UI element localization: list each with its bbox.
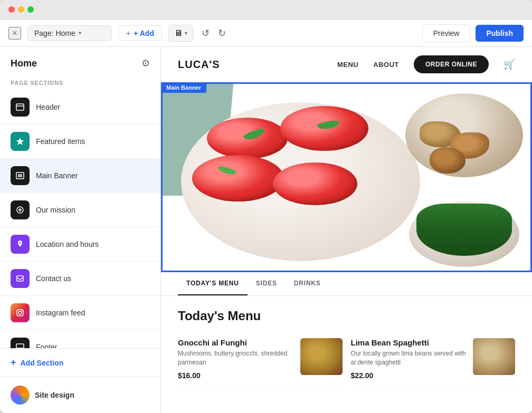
featured-items-section-icon <box>11 132 30 151</box>
todays-menu-section: Today's Menu Gnocchi al Funghi Mushrooms… <box>161 296 532 413</box>
sidebar-item-instagram-label: Instagram feed <box>36 309 85 317</box>
menu-item-lima-bean-name: Lima Bean Spaghetti <box>351 338 467 347</box>
sections-list: Header Featured items Main Banner <box>0 90 160 348</box>
site-logo: LUCA'S <box>178 59 220 71</box>
chevron-down-icon: ▾ <box>79 30 81 36</box>
svg-marker-2 <box>16 138 24 145</box>
sidebar-item-location-hours-label: Location and hours <box>36 240 99 248</box>
page-sections-label: PAGE SECTIONS <box>0 75 160 90</box>
nav-links: MENU ABOUT ORDER ONLINE 🛒 <box>337 55 515 73</box>
tab-sides[interactable]: SIDES <box>248 272 286 295</box>
close-traffic-light[interactable] <box>8 6 15 13</box>
undo-redo-group: ↺ ↻ <box>200 25 228 41</box>
sidebar-item-our-mission-label: Our mission <box>36 206 75 214</box>
device-selector[interactable]: 🖥 ▾ <box>168 25 193 42</box>
sidebar-title: Home <box>11 58 37 69</box>
banner-image <box>161 82 532 272</box>
svg-rect-4 <box>18 174 22 177</box>
menu-item-lima-bean-thumbnail <box>473 338 515 375</box>
add-section-icon: + <box>11 357 16 368</box>
site-design-row[interactable]: Site design <box>0 377 160 413</box>
menu-item-gnocchi-info: Gnocchi al Funghi Mushrooms, buttery gno… <box>178 338 294 380</box>
toolbar: × Page: Home ▾ + + Add 🖥 ▾ ↺ ↻ Preview P… <box>0 20 532 47</box>
order-online-button[interactable]: ORDER ONLINE <box>414 55 489 73</box>
sidebar-item-featured-label: Featured items <box>36 137 85 146</box>
main-content: Home ⚙ PAGE SECTIONS Header Featured ite… <box>0 47 532 413</box>
menu-item-gnocchi-price: $16.00 <box>178 371 294 380</box>
sidebar: Home ⚙ PAGE SECTIONS Header Featured ite… <box>0 47 161 413</box>
menu-item-gnocchi-name: Gnocchi al Funghi <box>178 338 294 347</box>
contact-us-section-icon <box>11 269 30 288</box>
svg-point-7 <box>20 242 21 244</box>
our-mission-section-icon <box>11 200 30 219</box>
sidebar-item-footer-label: Footer <box>36 343 57 348</box>
traffic-lights <box>8 6 34 13</box>
sidebar-item-contact-us-label: Contact us <box>36 274 71 283</box>
add-section-label: Add Section <box>21 359 64 367</box>
banner-label: Main Banner <box>161 82 206 93</box>
menu-item-lima-bean-info: Lima Bean Spaghetti Our locally grown li… <box>351 338 467 380</box>
redo-button[interactable]: ↻ <box>216 25 228 41</box>
add-button[interactable]: + + Add <box>118 25 162 41</box>
svg-rect-12 <box>16 344 24 348</box>
menu-item-lima-bean-desc: Our locally grown lima beans served with… <box>351 349 467 367</box>
menu-item-gnocchi-thumbnail <box>300 338 343 375</box>
site-design-icon <box>11 386 30 405</box>
sidebar-header: Home ⚙ <box>0 47 160 75</box>
toolbar-right: Preview Publish <box>422 24 524 42</box>
publish-button[interactable]: Publish <box>476 25 524 42</box>
instagram-feed-section-icon <box>11 303 30 322</box>
minimize-traffic-light[interactable] <box>18 6 24 13</box>
cart-icon[interactable]: 🛒 <box>504 59 515 70</box>
menu-section-title: Today's Menu <box>178 309 515 323</box>
desktop-icon: 🖥 <box>174 28 183 38</box>
preview-frame: LUCA'S MENU ABOUT ORDER ONLINE 🛒 Main Ba… <box>161 47 532 413</box>
sidebar-item-main-banner-label: Main Banner <box>36 171 78 180</box>
svg-point-11 <box>22 310 23 311</box>
add-section-row[interactable]: + Add Section <box>0 348 160 377</box>
main-banner-section[interactable]: Main Banner <box>161 82 532 272</box>
add-label: + Add <box>134 29 154 37</box>
location-hours-section-icon <box>11 235 30 254</box>
undo-button[interactable]: ↺ <box>200 25 212 41</box>
tab-todays-menu[interactable]: TODAY'S MENU <box>178 272 248 295</box>
gear-icon[interactable]: ⚙ <box>141 57 150 69</box>
title-bar <box>0 0 532 20</box>
app-window: × Page: Home ▾ + + Add 🖥 ▾ ↺ ↻ Preview P… <box>0 0 532 413</box>
chevron-down-icon: ▾ <box>185 30 187 36</box>
page-selector[interactable]: Page: Home ▾ <box>27 25 112 41</box>
svg-point-10 <box>18 311 22 314</box>
add-icon: + <box>126 29 130 37</box>
site-design-label: Site design <box>35 391 74 399</box>
sidebar-item-our-mission[interactable]: Our mission <box>0 193 160 227</box>
sidebar-item-location-hours[interactable]: Location and hours <box>0 227 160 262</box>
sidebar-item-footer[interactable]: Footer <box>0 330 160 348</box>
nav-about-link[interactable]: ABOUT <box>373 61 399 69</box>
site-navigation: LUCA'S MENU ABOUT ORDER ONLINE 🛒 <box>161 47 532 82</box>
menu-item-gnocchi-desc: Mushrooms, buttery gnocchi, shredded par… <box>178 349 294 367</box>
header-section-icon <box>11 98 30 117</box>
preview-button[interactable]: Preview <box>422 24 471 42</box>
svg-point-6 <box>18 208 22 212</box>
menu-item-lima-bean-price: $22.00 <box>351 371 467 380</box>
menu-item-lima-bean: Lima Bean Spaghetti Our locally grown li… <box>351 334 516 385</box>
menu-tabs: TODAY'S MENU SIDES DRINKS <box>161 272 532 296</box>
preview-area: LUCA'S MENU ABOUT ORDER ONLINE 🛒 Main Ba… <box>161 47 532 413</box>
toolbar-left: × Page: Home ▾ + + Add 🖥 ▾ ↺ ↻ <box>8 25 416 42</box>
sidebar-item-header[interactable]: Header <box>0 90 160 124</box>
fullscreen-traffic-light[interactable] <box>27 6 34 13</box>
sidebar-item-header-label: Header <box>36 103 60 111</box>
menu-item-gnocchi: Gnocchi al Funghi Mushrooms, buttery gno… <box>178 334 343 385</box>
sidebar-item-contact-us[interactable]: Contact us <box>0 262 160 296</box>
main-banner-section-icon <box>11 166 30 185</box>
sidebar-item-featured-items[interactable]: Featured items <box>0 124 160 159</box>
sidebar-item-main-banner[interactable]: Main Banner <box>0 159 160 193</box>
close-button[interactable]: × <box>8 27 21 40</box>
svg-rect-0 <box>16 104 24 110</box>
tab-drinks[interactable]: DRINKS <box>286 272 329 295</box>
nav-menu-link[interactable]: MENU <box>337 61 358 69</box>
footer-section-icon <box>11 338 30 348</box>
sidebar-item-instagram-feed[interactable]: Instagram feed <box>0 296 160 330</box>
menu-items-grid: Gnocchi al Funghi Mushrooms, buttery gno… <box>178 334 515 385</box>
page-selector-label: Page: Home <box>34 29 75 37</box>
